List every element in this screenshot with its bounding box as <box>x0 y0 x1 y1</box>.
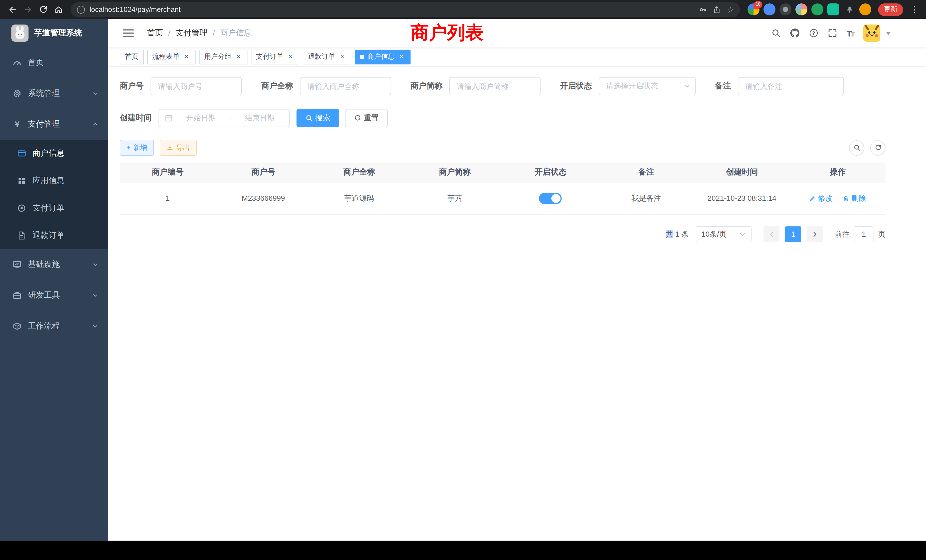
sidebar-item-devtools[interactable]: 研发工具 <box>0 280 108 311</box>
breadcrumb-separator: / <box>213 29 215 38</box>
sidebar-item-label: 商户信息 <box>32 148 64 159</box>
extension-badge: 10 <box>754 1 763 8</box>
chevron-up-icon <box>92 121 98 127</box>
page-size-select[interactable]: 10条/页 <box>696 226 752 242</box>
col-full-name: 商户全称 <box>311 162 407 182</box>
export-button[interactable]: 导出 <box>160 140 197 156</box>
merchant-no-input[interactable] <box>151 77 242 95</box>
close-icon[interactable] <box>398 53 406 61</box>
breadcrumb-home[interactable]: 首页 <box>147 28 163 38</box>
sidebar-item-infra[interactable]: 基础设施 <box>0 249 108 280</box>
browser-update-button[interactable]: 更新 <box>878 3 903 16</box>
hamburger-icon[interactable] <box>117 29 140 38</box>
bookmark-star-icon[interactable]: ☆ <box>727 5 734 14</box>
add-button[interactable]: + 新增 <box>120 140 154 156</box>
browser-forward-button[interactable] <box>20 2 35 17</box>
desktop-background <box>0 540 926 560</box>
password-key-icon[interactable] <box>699 5 707 14</box>
app-title: 芋道管理系统 <box>34 28 82 38</box>
url-text[interactable]: localhost:1024/pay/merchant <box>89 5 695 14</box>
url-bar[interactable]: i localhost:1024/pay/merchant ☆ <box>71 2 740 17</box>
create-time-range-picker[interactable]: 开始日期 - 结束日期 <box>159 109 290 127</box>
extension-icon-8[interactable] <box>859 3 871 15</box>
col-create-time: 创建时间 <box>694 162 790 182</box>
extension-icon-1[interactable]: 10 <box>747 3 760 15</box>
tab-home[interactable]: 首页 <box>120 49 144 64</box>
tab-user-group[interactable]: 用户分组 <box>199 49 247 64</box>
end-date-placeholder: 结束日期 <box>236 113 283 123</box>
share-icon[interactable] <box>713 5 721 14</box>
extension-icon-3[interactable] <box>779 3 791 15</box>
table-toolbar: + 新增 导出 <box>120 140 885 156</box>
grid-icon <box>17 176 26 185</box>
avatar[interactable] <box>863 24 881 42</box>
col-actions: 操作 <box>790 162 885 182</box>
sidebar-item-home[interactable]: 首页 <box>0 47 108 78</box>
logo-bunny-icon <box>11 24 29 42</box>
filter-label: 开启状态 <box>560 81 592 91</box>
sidebar-item-pay[interactable]: ¥ 支付管理 <box>0 109 108 140</box>
table-row: 1 M233666999 芋道源码 芋艿 我是备注 2021-10-23 08:… <box>120 182 885 215</box>
site-info-icon[interactable]: i <box>77 5 85 14</box>
cell-actions: 修改 删除 <box>790 182 885 215</box>
help-icon[interactable]: ? <box>809 28 819 38</box>
tags-view: 首页 流程表单 用户分组 支付订单 退款订单 商户信息 <box>108 47 926 67</box>
close-icon[interactable] <box>338 53 346 61</box>
delete-link[interactable]: 删除 <box>843 193 866 203</box>
edit-link[interactable]: 修改 <box>809 193 833 203</box>
search-button[interactable]: 搜索 <box>297 109 339 127</box>
tab-merchant-info[interactable]: 商户信息 <box>355 49 410 64</box>
prev-page-button[interactable] <box>764 226 779 242</box>
extension-pin-icon[interactable] <box>843 3 855 15</box>
extension-icon-4[interactable] <box>796 3 807 15</box>
page-number-button[interactable]: 1 <box>785 226 801 242</box>
short-name-input[interactable] <box>449 77 540 95</box>
sidebar-logo[interactable]: 芋道管理系统 <box>0 19 108 47</box>
start-date-placeholder: 开始日期 <box>177 113 225 123</box>
omnibox-icons: ☆ <box>699 5 734 14</box>
extension-icon-5[interactable] <box>811 3 823 15</box>
refresh-table-button[interactable] <box>870 140 885 155</box>
status-toggle[interactable] <box>539 192 562 204</box>
close-icon[interactable] <box>235 53 242 61</box>
browser-reload-button[interactable] <box>35 2 51 17</box>
extension-icon-2[interactable] <box>764 3 775 15</box>
fullscreen-icon[interactable] <box>828 28 837 38</box>
avatar-dropdown-caret-icon[interactable] <box>886 32 891 35</box>
extension-icon-6[interactable] <box>828 3 839 15</box>
sidebar-item-workflow[interactable]: 工作流程 <box>0 311 108 342</box>
status-select[interactable]: 请选择开启状态 <box>599 77 696 95</box>
next-page-button[interactable] <box>807 226 823 242</box>
browser-menu-icon[interactable]: ⋮ <box>907 4 921 15</box>
remark-input[interactable] <box>738 77 844 95</box>
breadcrumb-pay[interactable]: 支付管理 <box>176 28 207 38</box>
sidebar-item-merchant-info[interactable]: 商户信息 <box>0 140 108 167</box>
toggle-search-button[interactable] <box>849 140 864 155</box>
forward-arrow-icon <box>23 5 32 14</box>
sidebar-item-refund-order[interactable]: 退款订单 <box>0 222 108 249</box>
navbar: 首页 / 支付管理 / 商户信息 ? <box>108 19 926 47</box>
col-merchant-id: 商户编号 <box>120 162 216 182</box>
font-size-icon[interactable]: TT <box>846 28 854 38</box>
tab-refund-order[interactable]: 退款订单 <box>303 49 351 64</box>
sidebar-item-app-info[interactable]: 应用信息 <box>0 167 108 194</box>
filter-remark: 备注 <box>715 77 844 95</box>
chevron-left-icon <box>768 231 775 238</box>
filter-merchant-no: 商户号 <box>120 77 242 95</box>
sidebar-item-pay-order[interactable]: 支付订单 <box>0 194 108 222</box>
close-icon[interactable] <box>183 53 191 61</box>
reset-button[interactable]: 重置 <box>345 109 388 127</box>
header-search-icon[interactable] <box>771 28 781 38</box>
col-merchant-no: 商户号 <box>216 162 311 182</box>
sidebar-item-system[interactable]: 系统管理 <box>0 78 108 109</box>
full-name-input[interactable] <box>300 77 391 95</box>
tab-process-form[interactable]: 流程表单 <box>147 49 195 64</box>
navbar-actions: ? TT <box>771 24 891 42</box>
goto-page-input[interactable] <box>853 226 874 242</box>
browser-back-button[interactable] <box>5 2 20 17</box>
browser-home-button[interactable] <box>51 2 66 17</box>
tab-pay-order[interactable]: 支付订单 <box>251 49 300 64</box>
merchant-card-icon <box>17 149 26 158</box>
close-icon[interactable] <box>286 53 294 61</box>
github-icon[interactable] <box>790 28 800 38</box>
